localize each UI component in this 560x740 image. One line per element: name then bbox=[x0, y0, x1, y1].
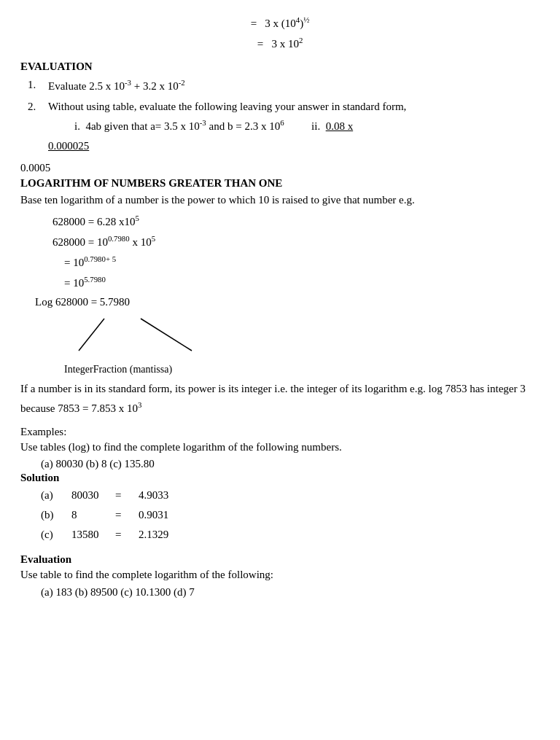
eval-sub-i-sup1: -3 bbox=[200, 118, 206, 127]
log-eq4: = 105.7980 bbox=[64, 273, 540, 293]
eval-num-2: 2. bbox=[28, 98, 48, 157]
examples-problems: (a) 80030 (b) 8 (c) 135.80 bbox=[41, 458, 540, 470]
eval1-sup1: -3 bbox=[125, 78, 131, 87]
log-eq3-sup: 0.7980+ 5 bbox=[84, 254, 116, 263]
log-int-exp-sup: 3 bbox=[138, 400, 141, 409]
eval-content-2: Without using table, evaluate the follow… bbox=[48, 98, 540, 157]
log-integer-explanation: If a number is in its standard form, its… bbox=[20, 380, 540, 418]
sol-a-label: (a) bbox=[41, 486, 71, 505]
log-equations-block2: = 100.7980+ 5 = 105.7980 bbox=[64, 252, 540, 293]
log-eq2: 628000 = 100.7980 x 105 bbox=[52, 232, 540, 252]
sol-b-eq: = bbox=[115, 505, 139, 525]
log-eq1: 628000 = 6.28 x105 bbox=[52, 211, 540, 232]
bottom-eval-problems: (a) 183 (b) 89500 (c) 10.1300 (d) 7 bbox=[41, 586, 540, 599]
svg-line-0 bbox=[79, 319, 104, 351]
top-eq-sup3: 2 bbox=[299, 36, 303, 44]
log-intro: Base ten logarithm of a number is the po… bbox=[20, 191, 540, 210]
log-equations-block: 628000 = 6.28 x105 628000 = 100.7980 x 1… bbox=[52, 211, 540, 252]
sol-row-a: (a) 80030 = 4.9033 bbox=[41, 486, 540, 505]
log-eq3: = 100.7980+ 5 bbox=[64, 252, 540, 273]
sol-a-eq: = bbox=[115, 486, 139, 505]
log-result-line: Log 628000 = 5.7980 bbox=[35, 296, 540, 308]
top-eq-line2: = 3 x 102 bbox=[20, 34, 540, 54]
solution-header: Solution bbox=[20, 472, 540, 484]
sol-c-label: (c) bbox=[41, 525, 71, 545]
svg-line-1 bbox=[141, 319, 192, 351]
log-eq1-sup: 5 bbox=[135, 214, 139, 222]
log-eq2-sup1: 0.7980 bbox=[108, 234, 130, 243]
top-equations-block: = 3 x (104)½ = 3 x 102 bbox=[20, 13, 540, 53]
top-eq-sup1: 4 bbox=[296, 15, 300, 24]
sol-c-num: 13580 bbox=[71, 525, 115, 545]
top-eq-sup2: ½ bbox=[303, 15, 309, 24]
eval1-sup2: -2 bbox=[179, 78, 185, 87]
eval-item-1: 1. Evaluate 2.5 x 10-3 + 3.2 x 10-2 bbox=[28, 76, 540, 96]
eval-item2-text: Without using table, evaluate the follow… bbox=[48, 101, 406, 112]
solution-table: (a) 80030 = 4.9033 (b) 8 = 0.9031 (c) 13… bbox=[41, 486, 540, 545]
evaluation-header: EVALUATION bbox=[20, 61, 540, 73]
sol-c-val: 2.1329 bbox=[139, 525, 190, 545]
examples-section: Examples: Use tables (log) to find the c… bbox=[20, 426, 540, 545]
sol-a-val: 4.9033 bbox=[139, 486, 190, 505]
sol-row-b: (b) 8 = 0.9031 bbox=[41, 505, 540, 525]
evaluation-list: 1. Evaluate 2.5 x 10-3 + 3.2 x 10-2 2. W… bbox=[28, 76, 540, 156]
bottom-eval-intro: Use table to find the complete logarithm… bbox=[20, 566, 540, 585]
eval-content-1: Evaluate 2.5 x 10-3 + 3.2 x 10-2 bbox=[48, 76, 540, 96]
log-diagram bbox=[64, 313, 540, 362]
log-eq4-sup: 5.7980 bbox=[84, 275, 106, 284]
sol-row-c: (c) 13580 = 2.1329 bbox=[41, 525, 540, 545]
examples-intro: Use tables (log) to find the complete lo… bbox=[20, 438, 540, 457]
log-section-title: LOGARITHM OF NUMBERS GREATER THAN ONE bbox=[20, 177, 540, 190]
zero-line: 0.0005 bbox=[20, 162, 540, 174]
eval-sub-i-sup2: 6 bbox=[280, 118, 284, 127]
log-eq2-sup2: 5 bbox=[152, 234, 155, 243]
sol-b-num: 8 bbox=[71, 505, 115, 525]
sol-b-label: (b) bbox=[41, 505, 71, 525]
bottom-eval-section: Evaluation Use table to find the complet… bbox=[20, 553, 540, 599]
top-eq-line1: = 3 x (104)½ bbox=[20, 13, 540, 34]
sol-c-eq: = bbox=[115, 525, 139, 545]
sol-b-val: 0.9031 bbox=[139, 505, 190, 525]
log-diagram-label: IntegerFraction (mantissa) bbox=[64, 364, 540, 375]
eval-num-1: 1. bbox=[28, 76, 48, 96]
eval-item-2: 2. Without using table, evaluate the fol… bbox=[28, 98, 540, 157]
bottom-eval-header: Evaluation bbox=[20, 553, 540, 566]
log-diagram-svg bbox=[64, 313, 298, 362]
sol-a-num: 80030 bbox=[71, 486, 115, 505]
eval-sub-ii-line2: 0.000025 bbox=[48, 140, 89, 152]
eval-sub-ii-line1: 0.08 x bbox=[326, 120, 354, 132]
examples-header: Examples: bbox=[20, 426, 540, 438]
eval-sub-i: i. 4ab given that a= 3.5 x 10-3 and b = … bbox=[48, 120, 353, 152]
